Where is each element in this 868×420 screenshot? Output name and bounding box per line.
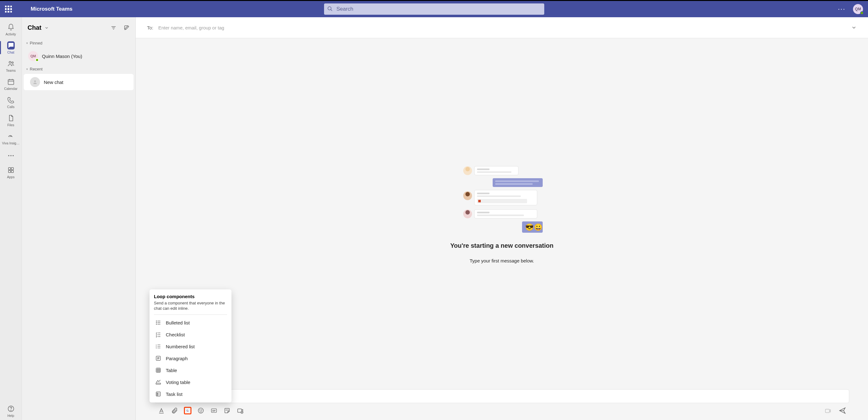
app-title: Microsoft Teams	[31, 6, 72, 12]
gif-button[interactable]: GIF	[210, 407, 218, 414]
svg-point-48	[156, 324, 157, 325]
svg-point-20	[34, 81, 36, 82]
phone-icon	[7, 96, 15, 104]
svg-rect-68	[156, 383, 161, 384]
paragraph-icon	[155, 355, 161, 361]
loop-item-label: Paragraph	[166, 356, 188, 361]
checklist-icon	[155, 331, 161, 338]
svg-text:GIF: GIF	[212, 410, 216, 412]
search-input[interactable]	[324, 3, 544, 15]
rail-more[interactable]	[0, 149, 22, 162]
empty-subtitle: Type your first message below.	[470, 258, 534, 263]
svg-rect-25	[477, 171, 512, 173]
svg-point-77	[199, 410, 200, 410]
rail-label: Files	[7, 123, 14, 127]
svg-text:😀: 😀	[534, 223, 543, 231]
app-launcher-icon[interactable]	[5, 6, 12, 12]
filter-icon[interactable]	[111, 25, 117, 31]
rail-label: Calls	[7, 105, 14, 109]
svg-point-0	[328, 6, 331, 10]
pinned-section-header[interactable]: ▾ Pinned	[22, 38, 135, 48]
rail-calls[interactable]: Calls	[0, 93, 22, 111]
loop-numbered-list[interactable]: 123 Numbered list	[150, 340, 231, 352]
conversation-illustration: 😎😀	[461, 164, 543, 233]
recent-section-header[interactable]: ▾ Recent	[22, 64, 135, 74]
rail-label: Teams	[6, 68, 16, 72]
chat-list-title: Chat	[28, 24, 41, 31]
recent-new-chat[interactable]: New chat	[24, 74, 133, 90]
loop-item-label: Task list	[166, 392, 182, 397]
compose-area: Loop components Send a component that ev…	[136, 389, 868, 420]
svg-point-82	[228, 410, 228, 410]
numbered-list-icon: 123	[155, 343, 161, 349]
message-input[interactable]	[155, 389, 849, 403]
svg-rect-28	[495, 183, 533, 185]
format-button[interactable]	[158, 407, 165, 414]
loop-paragraph[interactable]: Paragraph	[150, 352, 231, 364]
svg-rect-4	[8, 80, 14, 85]
section-label: Recent	[30, 67, 42, 72]
svg-rect-38	[474, 209, 537, 218]
svg-text:3: 3	[156, 347, 157, 349]
more-options-button[interactable]: ···	[838, 5, 845, 13]
loop-components-menu: Loop components Send a component that ev…	[150, 289, 231, 402]
svg-text:😎: 😎	[525, 223, 534, 231]
task-list-icon	[155, 391, 161, 397]
send-button[interactable]	[839, 407, 846, 414]
rail-label: Help	[7, 414, 14, 418]
svg-point-37	[465, 210, 470, 215]
loop-item-label: Voting table	[166, 380, 190, 385]
rail-apps[interactable]: Apps	[0, 163, 22, 181]
rail-viva[interactable]: Viva Insig…	[0, 129, 22, 147]
presence-available-icon	[35, 58, 39, 62]
svg-rect-11	[8, 168, 11, 170]
chevron-down-icon[interactable]	[44, 26, 49, 30]
title-bar: Microsoft Teams ··· QM	[0, 0, 868, 17]
chat-item-label: New chat	[44, 80, 63, 85]
rail-label: Calendar	[4, 87, 18, 90]
emoji-button[interactable]	[197, 407, 205, 414]
rail-activity[interactable]: Activity	[0, 20, 22, 38]
sticker-button[interactable]	[223, 407, 231, 414]
svg-rect-39	[477, 212, 490, 213]
loop-menu-title: Loop components	[154, 294, 227, 299]
user-avatar[interactable]: QM	[853, 4, 863, 14]
schedule-send-button[interactable]	[824, 407, 832, 414]
bulleted-list-icon	[155, 319, 161, 326]
loop-bulleted-list[interactable]: Bulleted list	[150, 317, 231, 329]
svg-point-78	[202, 410, 202, 410]
rail-label: Apps	[7, 175, 15, 179]
rail-files[interactable]: Files	[0, 111, 22, 129]
calendar-icon	[7, 78, 15, 85]
svg-rect-23	[474, 166, 518, 175]
loop-item-label: Table	[166, 368, 177, 373]
recipient-input[interactable]	[158, 25, 851, 30]
pinned-chat-self[interactable]: QM Quinn Mason (You)	[22, 48, 135, 64]
svg-rect-27	[495, 180, 539, 182]
new-chat-icon[interactable]	[124, 25, 130, 31]
rail-calendar[interactable]: Calendar	[0, 75, 22, 93]
attach-button[interactable]	[171, 407, 178, 414]
loop-voting-table[interactable]: Voting table	[150, 376, 231, 388]
empty-title: You're starting a new conversation	[450, 242, 553, 249]
compose-toolbar: GIF	[155, 407, 849, 414]
rail-help[interactable]: Help	[0, 402, 22, 420]
svg-rect-14	[11, 170, 13, 173]
expand-recipients-icon[interactable]	[851, 25, 857, 30]
loop-button[interactable]	[184, 407, 191, 414]
svg-rect-72	[157, 395, 158, 396]
file-icon	[7, 114, 15, 122]
more-apps-button[interactable]	[237, 407, 244, 414]
svg-point-30	[465, 192, 470, 196]
svg-rect-13	[8, 170, 11, 173]
loop-checklist[interactable]: Checklist	[150, 329, 231, 340]
svg-rect-35	[478, 200, 481, 202]
rail-chat[interactable]: Chat	[0, 38, 22, 57]
svg-point-10	[12, 155, 14, 156]
search-container	[324, 3, 544, 15]
loop-table[interactable]: Table	[150, 364, 231, 376]
more-icon	[7, 152, 15, 160]
rail-teams[interactable]: Teams	[0, 57, 22, 75]
avatar-initials: QM	[30, 54, 36, 58]
loop-task-list[interactable]: Task list	[150, 388, 231, 400]
